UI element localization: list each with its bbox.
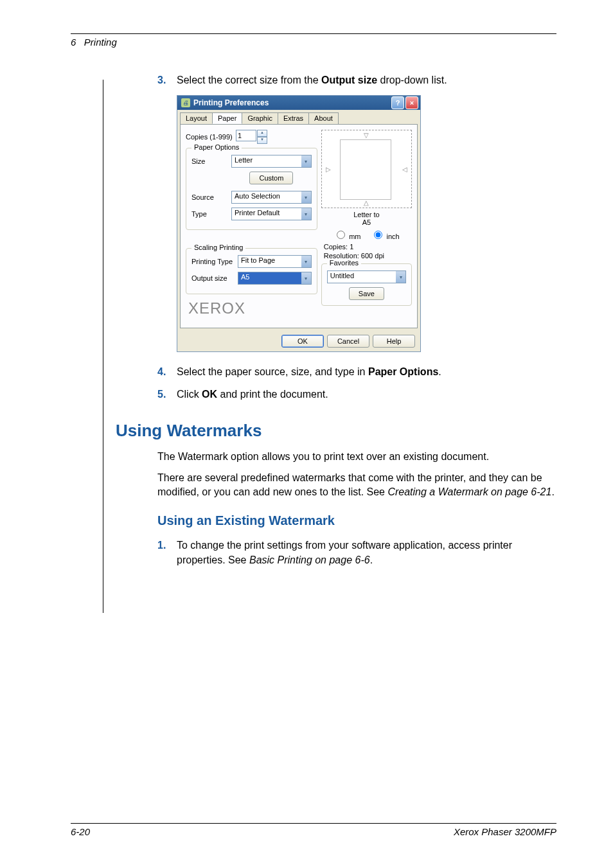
printer-icon: 🖨 [181,98,190,107]
help-button[interactable]: Help [373,335,415,348]
tab-about[interactable]: About [308,112,339,124]
page-header: 6 Printing [71,37,556,48]
output-size-label: Output size [191,274,238,282]
unit-mm-radio[interactable]: mm [333,229,360,240]
margin-rule [103,80,103,613]
type-label: Type [191,210,231,218]
output-size-dropdown[interactable]: A5 ▾ [238,272,312,285]
spinner-down[interactable]: ▼ [257,137,267,144]
tab-extras[interactable]: Extras [278,112,309,124]
heading-existing-watermark: Using an Existing Watermark [157,513,556,528]
dialog-tabs: Layout Paper Graphic Extras About [177,110,420,124]
tab-paper[interactable]: Paper [212,112,242,124]
chevron-down-icon: ▾ [396,271,405,283]
watermark-intro: The Watermark option allows you to print… [157,450,556,464]
preview-page-icon [340,139,391,200]
scaling-legend: Scaling Printing [191,244,245,251]
printing-type-label: Printing Type [191,258,238,265]
product-name: Xerox Phaser 3200MFP [454,826,556,837]
titlebar-close-button[interactable]: × [405,96,418,109]
brand-logo: XEROX [188,299,317,317]
preview-area: ▽ △ ▷ ◁ [321,130,412,208]
dialog-title: Printing Preferences [193,98,269,107]
chevron-down-icon: ▾ [301,272,311,284]
favorites-legend: Favorites [327,259,361,267]
source-label: Source [191,193,231,201]
size-dropdown[interactable]: Letter ▾ [231,155,312,168]
size-label: Size [191,157,231,165]
step-3: 3. Select the correct size from the Outp… [157,73,556,87]
unit-inch-radio[interactable]: inch [371,229,399,240]
step-4: 4. Select the paper source, size, and ty… [157,365,556,379]
paper-options-group: Paper Options Size Letter ▾ Custom [186,148,317,230]
favorites-group: Favorites Untitled ▾ Save [321,263,412,306]
chevron-down-icon: ▾ [301,208,311,220]
copies-spinner[interactable]: ▲ ▼ [236,130,267,144]
scaling-group: Scaling Printing Printing Type Fit to Pa… [186,248,317,294]
step-1-watermark: 1. To change the print settings from you… [157,538,556,567]
chevron-down-icon: ▾ [301,191,311,203]
chevron-down-icon: ▾ [301,256,311,267]
titlebar-help-button[interactable]: ? [391,96,404,109]
watermark-note: There are several predefined watermarks … [157,471,556,500]
preview-caption: Letter toA5 [321,211,412,226]
step-number: 4. [157,365,177,379]
step-number: 3. [157,73,177,87]
printing-preferences-dialog: 🖨 Printing Preferences ? × Layout Paper … [177,95,421,352]
tab-graphic[interactable]: Graphic [242,112,278,124]
dialog-titlebar: 🖨 Printing Preferences ? × [177,96,420,110]
copies-info: Copies: 1 [324,243,412,251]
source-dropdown[interactable]: Auto Selection ▾ [231,191,312,204]
page-number: 6-20 [71,826,90,837]
step-number: 1. [157,538,177,567]
chevron-down-icon: ▾ [301,155,311,167]
printing-type-dropdown[interactable]: Fit to Page ▾ [238,255,312,268]
copies-input[interactable] [236,130,256,141]
favorites-dropdown[interactable]: Untitled ▾ [327,270,406,283]
step-5: 5. Click OK and print the document. [157,387,556,402]
cancel-button[interactable]: Cancel [327,335,369,348]
save-favorite-button[interactable]: Save [349,287,384,300]
type-dropdown[interactable]: Printer Default ▾ [231,208,312,220]
step-number: 5. [157,387,177,402]
paper-options-legend: Paper Options [191,143,242,151]
custom-button[interactable]: Custom [249,172,293,184]
heading-using-watermarks: Using Watermarks [116,421,556,441]
copies-label: Copies (1-999) [186,133,236,141]
ok-button[interactable]: OK [281,335,324,348]
spinner-up[interactable]: ▲ [257,130,267,137]
tab-layout[interactable]: Layout [180,112,213,124]
